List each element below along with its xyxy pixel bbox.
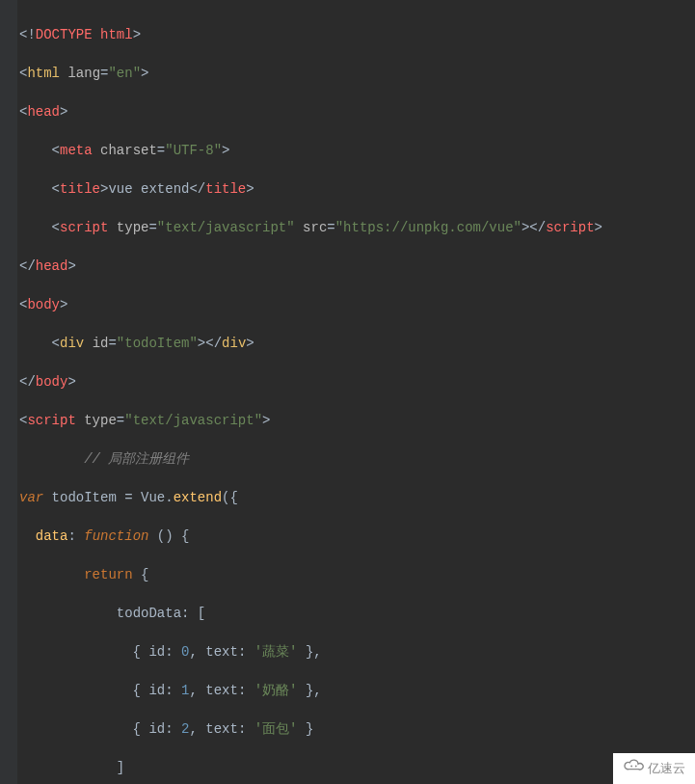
code-editor-content[interactable]: <!DOCTYPE html> <html lang="en"> <head> … (17, 0, 602, 784)
code-line: <!DOCTYPE html> (19, 25, 602, 44)
editor-gutter (0, 0, 17, 784)
watermark-text: 亿速云 (648, 759, 685, 778)
watermark-badge: 亿速云 (613, 753, 695, 784)
code-line: <body> (19, 295, 602, 314)
svg-point-1 (635, 766, 637, 768)
cloud-icon (623, 759, 644, 778)
code-line: return { (19, 565, 602, 584)
code-line: data: function () { (19, 527, 602, 546)
code-line: <script type="text/javascript" src="http… (19, 218, 602, 237)
code-line: <meta charset="UTF-8"> (19, 141, 602, 160)
code-line: </body> (19, 372, 602, 392)
code-line: { id: 0, text: '蔬菜' }, (19, 642, 602, 662)
code-line: var todoItem = Vue.extend({ (19, 488, 602, 507)
code-line: { id: 1, text: '奶酪' }, (19, 681, 602, 700)
code-line: <head> (19, 102, 602, 122)
code-line: <html lang="en"> (19, 64, 602, 83)
code-line: todoData: [ (19, 604, 602, 623)
code-line: <script type="text/javascript"> (19, 411, 602, 430)
code-line: </head> (19, 257, 602, 276)
code-line: <div id="todoItem"></div> (19, 334, 602, 353)
code-line: ] (19, 758, 602, 777)
code-line: { id: 2, text: '面包' } (19, 719, 602, 739)
code-line: <title>vue extend</title> (19, 179, 602, 199)
code-line: // 局部注册组件 (19, 449, 602, 469)
svg-point-0 (630, 766, 632, 768)
